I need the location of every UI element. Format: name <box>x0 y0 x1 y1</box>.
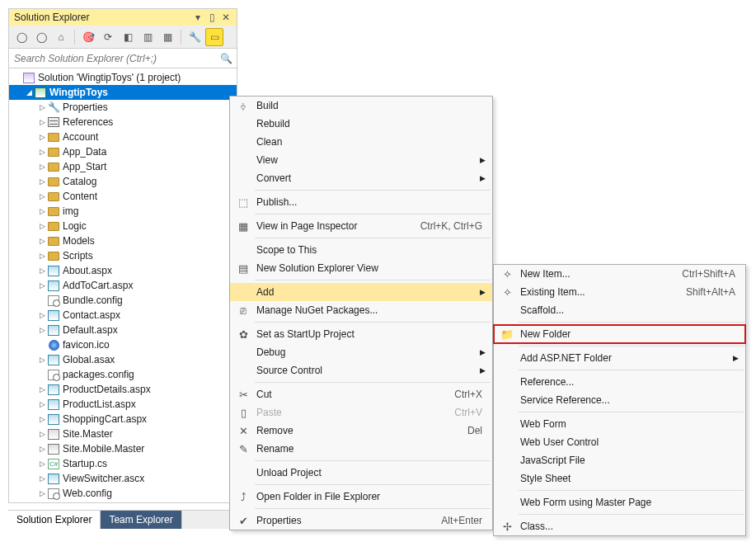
refresh-icon[interactable]: ⟳ <box>99 28 117 46</box>
home-icon[interactable]: ⌂ <box>52 28 70 46</box>
tree-item[interactable]: ▷C#Startup.cs <box>9 456 237 471</box>
tree-item[interactable]: ▷Site.Mobile.Master <box>9 441 237 456</box>
expand-icon[interactable]: ▷ <box>37 385 47 394</box>
menu-item-debug[interactable]: Debug▶ <box>230 343 492 361</box>
menu-item-web-user-control[interactable]: Web User Control <box>494 433 745 451</box>
tree-item[interactable]: ▷Contact.aspx <box>9 308 237 323</box>
menu-item-new-folder[interactable]: 📁New Folder <box>494 325 745 343</box>
menu-item-view-in-page-inspector[interactable]: ▦View in Page InspectorCtrl+K, Ctrl+G <box>230 217 492 235</box>
tree-view[interactable]: Solution 'WingtipToys' (1 project) ◢ Win… <box>9 68 237 502</box>
menu-item-web-form[interactable]: Web Form <box>494 415 745 433</box>
search-box[interactable]: 🔍 <box>9 49 237 68</box>
expand-icon[interactable]: ▷ <box>37 445 47 453</box>
expand-icon[interactable]: ▷ <box>37 460 47 468</box>
tab-solution-explorer[interactable]: Solution Explorer <box>8 511 101 529</box>
expand-icon[interactable]: ▷ <box>37 133 47 141</box>
menu-item-scope-to-this[interactable]: Scope to This <box>230 241 492 259</box>
collapse-icon[interactable]: ◢ <box>24 88 34 97</box>
expand-icon[interactable]: ▷ <box>37 356 47 364</box>
solution-node[interactable]: Solution 'WingtipToys' (1 project) <box>9 70 237 85</box>
menu-item-remove[interactable]: ✕RemoveDel <box>230 422 492 440</box>
tree-item[interactable]: Bundle.config <box>9 293 237 308</box>
expand-icon[interactable]: ▷ <box>37 474 47 483</box>
tree-item[interactable]: ▷Models <box>9 233 237 248</box>
menu-item-add-asp-net-folder[interactable]: Add ASP.NET Folder▶ <box>494 349 745 367</box>
expand-icon[interactable]: ▷ <box>37 326 47 334</box>
tree-item[interactable]: ▷ViewSwitcher.ascx <box>9 471 237 486</box>
menu-item-publish[interactable]: ⬚Publish... <box>230 193 492 211</box>
expand-icon[interactable]: ▷ <box>37 281 47 290</box>
menu-item-convert[interactable]: Convert▶ <box>230 169 492 187</box>
menu-item-rename[interactable]: ✎Rename <box>230 440 492 458</box>
tree-item[interactable]: ▷🔧Properties <box>9 100 237 115</box>
expand-icon[interactable]: ▷ <box>37 266 47 275</box>
tree-item[interactable]: ▷Logic <box>9 219 237 233</box>
tree-item[interactable]: ▷Global.asax <box>9 352 237 367</box>
menu-item-javascript-file[interactable]: JavaScript File <box>494 451 745 469</box>
search-icon[interactable]: 🔍 <box>218 53 233 64</box>
pin-icon[interactable]: ▯ <box>206 12 218 23</box>
menu-item-cut[interactable]: ✂CutCtrl+X <box>230 385 492 403</box>
menu-item-reference[interactable]: Reference... <box>494 373 745 391</box>
menu-item-new-solution-explorer-view[interactable]: ▤New Solution Explorer View <box>230 259 492 277</box>
menu-item-build[interactable]: ⎀Build <box>230 97 492 115</box>
menu-item-properties[interactable]: ✔PropertiesAlt+Enter <box>230 511 492 530</box>
tree-item[interactable]: ▷App_Start <box>9 159 237 174</box>
collapse-icon[interactable]: ◧ <box>119 28 137 46</box>
tree-item[interactable]: ▷Default.aspx <box>9 323 237 337</box>
preview-icon[interactable]: ▦ <box>158 28 176 46</box>
expand-icon[interactable]: ▷ <box>37 192 47 200</box>
panel-titlebar[interactable]: Solution Explorer ▾ ▯ ✕ <box>9 9 237 26</box>
menu-item-set-as-startup-project[interactable]: ✿Set as StartUp Project <box>230 325 492 343</box>
menu-item-class[interactable]: ✢Class... <box>494 517 745 535</box>
expand-icon[interactable]: ▷ <box>37 103 47 111</box>
tree-item[interactable]: packages.config <box>9 367 237 382</box>
expand-icon[interactable]: ▷ <box>37 118 47 126</box>
expand-icon[interactable]: ▷ <box>37 489 47 497</box>
search-input[interactable] <box>12 52 218 65</box>
menu-item-open-folder-in-file-explorer[interactable]: ⤴Open Folder in File Explorer <box>230 488 492 506</box>
menu-item-rebuild[interactable]: Rebuild <box>230 115 492 133</box>
nav-back-icon[interactable]: ◯ <box>12 28 31 46</box>
tree-item[interactable]: ▷AddToCart.aspx <box>9 278 237 293</box>
menu-item-new-item[interactable]: ✧New Item...Ctrl+Shift+A <box>494 265 745 283</box>
tree-item[interactable]: ▷ShoppingCart.aspx <box>9 412 237 427</box>
menu-item-scaffold[interactable]: Scaffold... <box>494 301 745 319</box>
tree-item[interactable]: ▷App_Data <box>9 144 237 159</box>
tree-item[interactable]: favicon.ico <box>9 337 237 352</box>
expand-icon[interactable]: ▷ <box>37 148 47 156</box>
expand-icon[interactable]: ▷ <box>37 252 47 260</box>
nav-fwd-icon[interactable]: ◯ <box>32 28 50 46</box>
menu-item-manage-nuget-packages[interactable]: ⎚Manage NuGet Packages... <box>230 301 492 319</box>
menu-item-web-form-using-master-page[interactable]: Web Form using Master Page <box>494 493 745 511</box>
tree-item[interactable]: ▷Web.config <box>9 486 237 501</box>
expand-icon[interactable]: ▷ <box>37 222 47 230</box>
dropdown-icon[interactable]: ▾ <box>192 12 204 23</box>
properties-icon[interactable]: 🔧 <box>185 28 204 46</box>
menu-item-unload-project[interactable]: Unload Project <box>230 464 492 482</box>
tree-item[interactable]: ▷Content <box>9 189 237 204</box>
showfiles-icon[interactable]: ▥ <box>139 28 157 46</box>
menu-item-style-sheet[interactable]: Style Sheet <box>494 469 745 488</box>
expand-icon[interactable]: ▷ <box>37 415 47 423</box>
tree-item[interactable]: ▷Account <box>9 130 237 144</box>
expand-icon[interactable]: ▷ <box>37 311 47 319</box>
sync-icon[interactable]: 🎯 <box>79 28 97 46</box>
tree-item[interactable]: ▷ProductList.aspx <box>9 397 237 412</box>
expand-icon[interactable]: ▷ <box>37 400 47 408</box>
tree-item[interactable]: ▷ProductDetails.aspx <box>9 382 237 397</box>
project-node[interactable]: ◢ WingtipToys <box>9 85 237 100</box>
menu-item-service-reference[interactable]: Service Reference... <box>494 391 745 409</box>
menu-item-view[interactable]: View▶ <box>230 151 492 169</box>
close-icon[interactable]: ✕ <box>220 12 232 23</box>
expand-icon[interactable]: ▷ <box>37 177 47 186</box>
expand-icon[interactable]: ▷ <box>37 430 47 438</box>
tree-item[interactable]: ▷About.aspx <box>9 263 237 278</box>
menu-item-source-control[interactable]: Source Control▶ <box>230 361 492 379</box>
expand-icon[interactable]: ▷ <box>37 163 47 171</box>
menu-item-existing-item[interactable]: ✧Existing Item...Shift+Alt+A <box>494 283 745 301</box>
expand-icon[interactable]: ▷ <box>37 207 47 215</box>
tree-item[interactable]: ▷Scripts <box>9 248 237 263</box>
tab-team-explorer[interactable]: Team Explorer <box>101 511 181 529</box>
tree-item[interactable]: ▷Site.Master <box>9 427 237 441</box>
